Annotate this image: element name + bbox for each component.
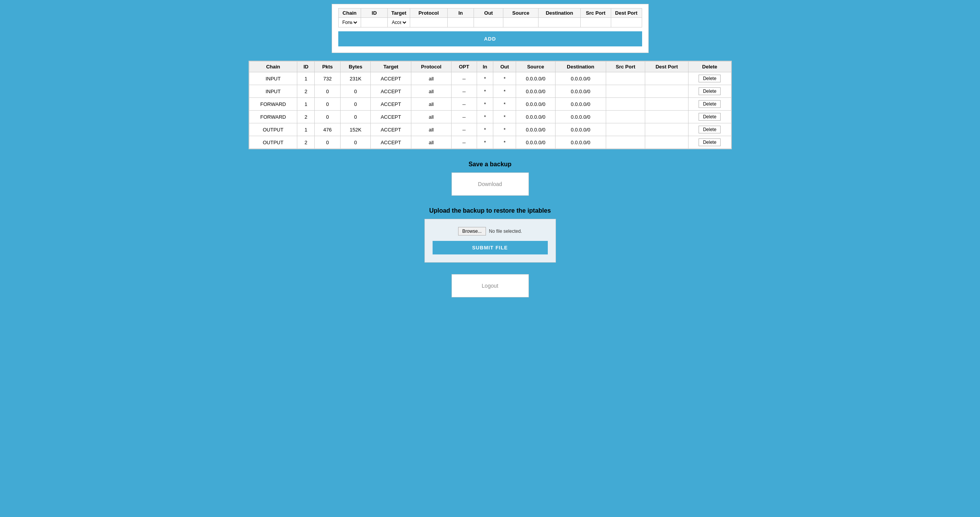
form-col-source: Source bbox=[503, 9, 539, 18]
download-container: Download bbox=[452, 172, 529, 196]
cell-srcport bbox=[606, 136, 645, 149]
cell-pkts: 0 bbox=[315, 98, 341, 111]
cell-protocol: all bbox=[411, 136, 451, 149]
cell-opt: -- bbox=[452, 136, 477, 149]
browse-button[interactable]: Browse... bbox=[458, 227, 486, 235]
cell-in: * bbox=[477, 85, 493, 98]
cell-chain: FORWARD bbox=[249, 98, 297, 111]
submit-file-button[interactable]: SUBMIT FILE bbox=[433, 241, 548, 254]
cell-srcport bbox=[606, 72, 645, 85]
table-row: INPUT200ACCEPTall--**0.0.0.0/00.0.0.0/0D… bbox=[249, 85, 731, 98]
rules-table: ChainIDPktsBytesTargetProtocolOPTInOutSo… bbox=[249, 61, 731, 149]
add-rule-button[interactable]: ADD bbox=[338, 31, 642, 46]
form-col-id: ID bbox=[361, 9, 388, 18]
form-col-srcport: Src Port bbox=[581, 9, 611, 18]
cell-target: ACCEPT bbox=[371, 111, 411, 123]
save-backup-title: Save a backup bbox=[469, 161, 511, 168]
cell-bytes: 0 bbox=[340, 85, 370, 98]
cell-chain: INPUT bbox=[249, 72, 297, 85]
cell-chain: INPUT bbox=[249, 85, 297, 98]
in-input[interactable] bbox=[450, 20, 472, 26]
cell-out: * bbox=[493, 98, 516, 111]
delete-button[interactable]: Delete bbox=[699, 126, 721, 133]
chain-select[interactable]: Forward Input Output bbox=[341, 19, 358, 26]
cell-out: * bbox=[493, 85, 516, 98]
cell-out: * bbox=[493, 136, 516, 149]
delete-button[interactable]: Delete bbox=[699, 100, 721, 108]
cell-id: 1 bbox=[297, 123, 315, 136]
cell-opt: -- bbox=[452, 85, 477, 98]
table-row: FORWARD100ACCEPTall--**0.0.0.0/00.0.0.0/… bbox=[249, 98, 731, 111]
cell-destport bbox=[645, 111, 689, 123]
cell-delete: Delete bbox=[689, 98, 731, 111]
no-file-label: No file selected. bbox=[489, 229, 522, 234]
protocol-input[interactable] bbox=[412, 20, 445, 26]
col-pkts: Pkts bbox=[315, 61, 341, 72]
add-rule-form: Chain ID Target Protocol In Out Source D… bbox=[332, 4, 649, 53]
cell-target: ACCEPT bbox=[371, 72, 411, 85]
cell-chain: OUTPUT bbox=[249, 123, 297, 136]
cell-destination: 0.0.0.0/0 bbox=[555, 136, 606, 149]
cell-destport bbox=[645, 123, 689, 136]
cell-protocol: all bbox=[411, 98, 451, 111]
cell-destination: 0.0.0.0/0 bbox=[555, 123, 606, 136]
logout-button[interactable]: Logout bbox=[482, 283, 498, 289]
out-input[interactable] bbox=[476, 20, 501, 26]
destport-input[interactable] bbox=[614, 20, 639, 26]
col-dest-port: Dest Port bbox=[645, 61, 689, 72]
col-id: ID bbox=[297, 61, 315, 72]
cell-delete: Delete bbox=[689, 123, 731, 136]
col-delete: Delete bbox=[689, 61, 731, 72]
cell-destport bbox=[645, 98, 689, 111]
cell-delete: Delete bbox=[689, 85, 731, 98]
cell-delete: Delete bbox=[689, 72, 731, 85]
form-col-destination: Destination bbox=[539, 9, 581, 18]
cell-bytes: 152K bbox=[340, 123, 370, 136]
form-col-chain: Chain bbox=[338, 9, 361, 18]
col-in: In bbox=[477, 61, 493, 72]
id-input[interactable] bbox=[363, 20, 385, 26]
delete-button[interactable]: Delete bbox=[699, 113, 721, 121]
cell-pkts: 0 bbox=[315, 136, 341, 149]
col-out: Out bbox=[493, 61, 516, 72]
source-input[interactable] bbox=[506, 20, 536, 26]
cell-srcport bbox=[606, 98, 645, 111]
delete-button[interactable]: Delete bbox=[699, 87, 721, 95]
srcport-input[interactable] bbox=[583, 20, 608, 26]
cell-in: * bbox=[477, 98, 493, 111]
col-chain: Chain bbox=[249, 61, 297, 72]
col-opt: OPT bbox=[452, 61, 477, 72]
col-bytes: Bytes bbox=[340, 61, 370, 72]
cell-destport bbox=[645, 136, 689, 149]
cell-bytes: 231K bbox=[340, 72, 370, 85]
cell-pkts: 732 bbox=[315, 72, 341, 85]
upload-container: Browse... No file selected. SUBMIT FILE bbox=[424, 219, 556, 263]
cell-source: 0.0.0.0/0 bbox=[516, 136, 555, 149]
col-protocol: Protocol bbox=[411, 61, 451, 72]
download-button[interactable]: Download bbox=[478, 181, 502, 187]
destination-input[interactable] bbox=[541, 20, 578, 26]
cell-out: * bbox=[493, 111, 516, 123]
form-col-in: In bbox=[447, 9, 474, 18]
form-col-out: Out bbox=[474, 9, 503, 18]
cell-source: 0.0.0.0/0 bbox=[516, 98, 555, 111]
cell-delete: Delete bbox=[689, 136, 731, 149]
cell-chain: OUTPUT bbox=[249, 136, 297, 149]
cell-bytes: 0 bbox=[340, 136, 370, 149]
logout-container: Logout bbox=[452, 274, 529, 297]
cell-pkts: 0 bbox=[315, 85, 341, 98]
cell-in: * bbox=[477, 123, 493, 136]
delete-button[interactable]: Delete bbox=[699, 75, 721, 82]
form-col-protocol: Protocol bbox=[410, 9, 447, 18]
table-row: OUTPUT200ACCEPTall--**0.0.0.0/00.0.0.0/0… bbox=[249, 136, 731, 149]
delete-button[interactable]: Delete bbox=[699, 138, 721, 146]
cell-source: 0.0.0.0/0 bbox=[516, 111, 555, 123]
cell-id: 1 bbox=[297, 72, 315, 85]
col-src-port: Src Port bbox=[606, 61, 645, 72]
cell-id: 2 bbox=[297, 136, 315, 149]
cell-protocol: all bbox=[411, 111, 451, 123]
form-col-target: Target bbox=[388, 9, 410, 18]
target-select[interactable]: Accept Drop Reject bbox=[390, 19, 407, 26]
cell-id: 1 bbox=[297, 98, 315, 111]
cell-destination: 0.0.0.0/0 bbox=[555, 85, 606, 98]
